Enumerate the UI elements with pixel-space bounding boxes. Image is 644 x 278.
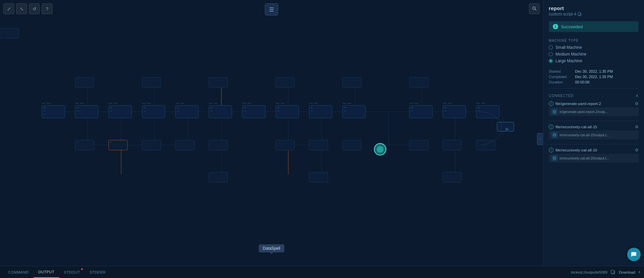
- node-group-lower[interactable]: [343, 140, 361, 150]
- radio-circle-large: [549, 59, 553, 63]
- radio-medium-machine[interactable]: Medium Machine: [549, 52, 639, 57]
- tab-command[interactable]: COMMAND: [3, 266, 34, 278]
- panel-subtitle: custom-script-4: [549, 12, 639, 16]
- svg-text:***: ***: [110, 142, 112, 143]
- svg-rect-110: [476, 140, 495, 150]
- svg-text:*** ***: *** ***: [175, 102, 184, 105]
- status-badge: i Succeeded: [549, 21, 639, 32]
- svg-rect-108: [409, 140, 428, 150]
- settings-icon-1[interactable]: ⚙: [635, 125, 639, 129]
- settings-icon-0[interactable]: ⚙: [635, 101, 639, 106]
- node-group-lowest[interactable]: [443, 172, 462, 182]
- svg-text:***: ***: [77, 111, 79, 112]
- connected-item-name-2: file/recursively-cat-all-16: [556, 148, 633, 152]
- svg-rect-107: [343, 140, 361, 150]
- node-group-lowest[interactable]: [209, 172, 228, 182]
- node-group-lower[interactable]: [142, 140, 161, 150]
- node-group-upper[interactable]: [209, 77, 228, 88]
- chat-button[interactable]: [627, 248, 641, 261]
- tab-output[interactable]: OUTPUT: [34, 266, 59, 278]
- node-group[interactable]: *** ***: [242, 105, 265, 118]
- svg-text:***: ***: [110, 107, 112, 109]
- copy-icon[interactable]: [578, 12, 582, 16]
- status-icon: i: [553, 24, 558, 29]
- node-group-lower[interactable]: [175, 140, 194, 150]
- expand-button[interactable]: ⤢: [3, 3, 14, 14]
- url-copy-button[interactable]: [610, 269, 616, 275]
- machine-type-label: MACHINE TYPE: [549, 39, 639, 42]
- node-group-upper[interactable]: [276, 77, 294, 88]
- help-button[interactable]: ?: [42, 3, 52, 14]
- node-group-lower[interactable]: [309, 140, 328, 150]
- active-node[interactable]: [374, 143, 386, 155]
- svg-text:***: ***: [43, 114, 45, 116]
- svg-text:*** ***: *** ***: [409, 102, 418, 105]
- svg-text:***: ***: [144, 111, 146, 112]
- node-group[interactable]: *** ***: [443, 105, 466, 118]
- info-icon-2: i: [549, 148, 553, 152]
- node-group[interactable]: *** ***: [75, 105, 98, 118]
- tab-stderr[interactable]: STDERR: [85, 266, 110, 278]
- svg-text:***: ***: [76, 82, 78, 83]
- graph-canvas: *** *** *** *** *** *** ***: [0, 20, 543, 266]
- node-group-lower[interactable]: [276, 140, 294, 150]
- settings-icon-2[interactable]: ⚙: [635, 148, 639, 152]
- svg-rect-105: [276, 140, 294, 150]
- output-url[interactable]: trickest://output/e5089: [571, 270, 607, 274]
- svg-point-0: [533, 7, 535, 9]
- connected-collapse-button[interactable]: ∧: [636, 93, 639, 98]
- node-group-lower[interactable]: ***: [109, 140, 128, 150]
- download-button[interactable]: Download: [619, 270, 635, 274]
- svg-rect-103: [175, 140, 194, 150]
- fullscreen-button[interactable]: ⤡: [16, 3, 27, 14]
- svg-text:***: ***: [311, 111, 313, 112]
- svg-text:*** ***: *** ***: [343, 102, 351, 105]
- node-group-upper[interactable]: [343, 77, 361, 88]
- node-group-lower[interactable]: [476, 140, 495, 150]
- bottom-chevron-button[interactable]: ∧: [638, 270, 641, 274]
- svg-text:*** ***: *** ***: [242, 102, 251, 105]
- node-group[interactable]: *** ***: [276, 105, 298, 118]
- radio-circle-medium: [549, 52, 553, 56]
- divider-2: [549, 144, 639, 144]
- node-group[interactable]: *** ***: [209, 105, 232, 118]
- node-group-lower[interactable]: [443, 140, 462, 150]
- radio-circle-small: [549, 45, 553, 49]
- canvas-search-button[interactable]: [529, 3, 540, 14]
- node-group-lower[interactable]: [209, 140, 228, 150]
- refresh-button[interactable]: ↺: [29, 3, 40, 14]
- node-group[interactable]: *** ***: [409, 105, 432, 118]
- svg-text:***: ***: [344, 107, 346, 109]
- node-group-upper[interactable]: *** ***: [75, 77, 94, 88]
- node-group-upper[interactable]: [409, 77, 428, 88]
- svg-text:***: ***: [478, 111, 480, 112]
- connected-path-text-2: in/recursively-cat-all-16/output.t...: [560, 157, 609, 160]
- path-icon-2: [551, 155, 558, 161]
- svg-text:***: ***: [444, 111, 446, 112]
- list-view-button[interactable]: ☰: [265, 3, 278, 15]
- started-label: Started: [549, 69, 573, 73]
- radio-small-machine[interactable]: Small Machine: [549, 45, 639, 50]
- path-icon-0: [551, 109, 558, 115]
- node-group-lowest[interactable]: [309, 172, 328, 182]
- node-group[interactable]: *** ***: [309, 105, 332, 118]
- node-group[interactable]: *** ***: [142, 105, 165, 118]
- panel-collapse-button[interactable]: ›: [537, 133, 543, 145]
- node-group-upper[interactable]: [0, 28, 19, 38]
- node-group-lower[interactable]: ***: [75, 140, 94, 150]
- node-group[interactable]: *** ***: [476, 105, 499, 118]
- tab-stdout[interactable]: STDOUT: [59, 266, 85, 278]
- node-group-lower[interactable]: [409, 140, 428, 150]
- right-panel: report custom-script-4 i Succeeded MACHI…: [543, 0, 644, 266]
- fullscreen-icon: ⤡: [20, 6, 24, 11]
- node-group[interactable]: *** ***: [175, 105, 198, 118]
- started-row: Started Dec 30, 2022, 1:35 PM: [549, 69, 639, 73]
- node-group[interactable]: *** *** ***: [42, 105, 65, 118]
- node-group[interactable]: *** ***: [343, 105, 365, 118]
- node-group[interactable]: *** ***: [109, 105, 132, 118]
- radio-large-machine[interactable]: Large Machine: [549, 59, 639, 63]
- list-icon: ☰: [269, 6, 274, 13]
- connected-path-0: in/generate-yaml-report-2/outp...: [549, 107, 639, 116]
- node-group-upper[interactable]: [142, 77, 161, 88]
- info-icon-0: i: [549, 101, 553, 106]
